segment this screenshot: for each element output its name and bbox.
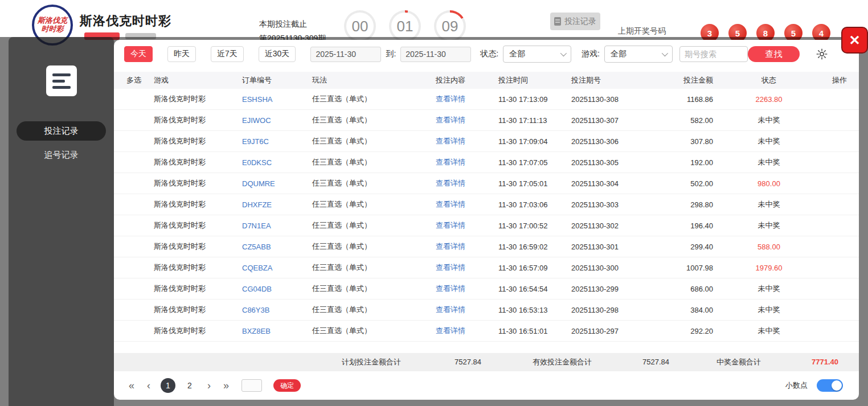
- row-game: 斯洛伐克时时彩: [148, 263, 236, 273]
- row-bet-time: 11-30 17:00:52: [493, 222, 566, 230]
- status-label: 状态:: [480, 49, 498, 59]
- settings-gear-icon[interactable]: [816, 48, 828, 60]
- search-button[interactable]: 查找: [748, 46, 800, 62]
- row-bet-period: 20251130-301: [566, 243, 649, 251]
- view-details-link[interactable]: 查看详情: [436, 158, 465, 166]
- column-header: 投注时间: [493, 75, 566, 85]
- view-details-link[interactable]: 查看详情: [436, 200, 465, 208]
- quick-filter-yesterday[interactable]: 昨天: [167, 46, 196, 62]
- table-row: 斯洛伐克时时彩EJIWOC任三直选（单式）查看详情11-30 17:11:132…: [114, 110, 859, 131]
- row-bet-period: 20251130-302: [566, 222, 649, 230]
- column-header: 投注期号: [566, 75, 649, 85]
- row-bet-amount: 298.80: [649, 200, 718, 209]
- document-icon: [554, 17, 561, 26]
- order-id-link[interactable]: DQUMRE: [242, 179, 275, 188]
- row-bet-period: 20251130-303: [566, 200, 649, 209]
- view-details-link[interactable]: 查看详情: [436, 95, 465, 103]
- quick-filter-today[interactable]: 今天: [124, 46, 153, 62]
- order-id-link[interactable]: BXZ8EB: [242, 327, 271, 335]
- table-header-row: 多选游戏订单编号玩法投注内容投注时间投注期号投注金额状态操作: [114, 72, 859, 89]
- row-bet-time: 11-30 17:11:13: [493, 116, 566, 125]
- brand-logo-text: 斯洛伐克 时时彩: [38, 17, 67, 34]
- row-bet-time: 11-30 17:03:06: [493, 200, 566, 209]
- quick-filter-last-7-days[interactable]: 近7天: [211, 46, 244, 62]
- pagination-bar: « ‹ 12 › » 确定 小数点: [114, 371, 859, 400]
- page-jump-input[interactable]: [241, 379, 262, 392]
- last-page-button[interactable]: »: [221, 380, 231, 392]
- order-id-link[interactable]: E9JT6C: [242, 137, 269, 146]
- row-bet-period: 20251130-299: [566, 285, 649, 293]
- prev-page-button[interactable]: ‹: [144, 380, 154, 392]
- row-status: 未中奖: [718, 326, 820, 336]
- row-game: 斯洛伐克时时彩: [148, 284, 236, 294]
- period-search-input[interactable]: [679, 46, 748, 62]
- countdown-digits: 09: [442, 18, 458, 35]
- order-id-link[interactable]: D7N1EA: [242, 222, 271, 230]
- decimal-point-toggle[interactable]: [817, 379, 843, 392]
- last-draw-label: 上期开奖号码: [618, 26, 666, 36]
- row-game: 斯洛伐克时时彩: [148, 136, 236, 146]
- bet-records-button[interactable]: 投注记录: [550, 13, 600, 30]
- row-bet-time: 11-30 16:54:54: [493, 285, 566, 293]
- row-status: 1979.60: [718, 264, 820, 272]
- row-status: 未中奖: [718, 305, 820, 315]
- status-select[interactable]: 全部: [503, 46, 571, 63]
- order-id-link[interactable]: C86Y3B: [242, 306, 269, 314]
- view-details-link[interactable]: 查看详情: [436, 242, 465, 251]
- game-select[interactable]: 全部: [604, 46, 673, 63]
- valid-total-label: 有效投注金额合计: [533, 353, 592, 371]
- table-row: 斯洛伐克时时彩E0DKSC任三直选（单式）查看详情11-30 17:07:052…: [114, 152, 859, 173]
- row-bet-time: 11-30 16:57:09: [493, 264, 566, 272]
- page-button-2[interactable]: 2: [182, 378, 197, 393]
- deadline-label: 本期投注截止: [259, 19, 326, 30]
- order-id-link[interactable]: EJIWOC: [242, 116, 271, 125]
- view-details-link[interactable]: 查看详情: [436, 179, 465, 187]
- column-header: 游戏: [148, 75, 236, 85]
- row-status: 未中奖: [718, 220, 820, 231]
- view-details-link[interactable]: 查看详情: [436, 284, 465, 293]
- table-row: 斯洛伐克时时彩E9JT6C任三直选（单式）查看详情11-30 17:09:042…: [114, 131, 859, 152]
- row-bet-time: 11-30 17:09:04: [493, 137, 566, 146]
- column-header: 投注内容: [430, 75, 493, 85]
- countdown-digits: 01: [397, 18, 413, 35]
- page-title: 斯洛伐克时时彩: [80, 13, 171, 30]
- order-id-link[interactable]: CZ5ABB: [242, 243, 271, 251]
- countdown-digits: 00: [352, 18, 369, 35]
- order-id-link[interactable]: ESHSHA: [242, 95, 272, 104]
- sidebar: 投注记录追号记录: [9, 37, 114, 406]
- view-details-link[interactable]: 查看详情: [436, 263, 465, 272]
- row-bet-period: 20251130-297: [566, 327, 649, 335]
- page-button-1[interactable]: 1: [161, 378, 175, 393]
- date-from-input[interactable]: [310, 47, 381, 62]
- date-to-input[interactable]: [400, 47, 471, 62]
- order-id-link[interactable]: E0DKSC: [242, 158, 272, 167]
- order-id-link[interactable]: CG04DB: [242, 285, 272, 293]
- row-play-type: 任三直选（单式）: [306, 263, 430, 273]
- sidebar-item-bet-records[interactable]: 投注记录: [17, 121, 106, 141]
- row-play-type: 任三直选（单式）: [306, 178, 430, 188]
- quick-filter-last-30-days[interactable]: 近30天: [259, 46, 296, 62]
- order-id-link[interactable]: CQEBZA: [242, 264, 272, 272]
- bet-records-button-label: 投注记录: [564, 17, 596, 27]
- sidebar-item-chase-records[interactable]: 追号记录: [17, 145, 106, 165]
- column-header: 订单编号: [236, 75, 306, 85]
- view-details-link[interactable]: 查看详情: [436, 326, 465, 335]
- row-bet-amount: 1007.98: [649, 264, 718, 272]
- row-game: 斯洛伐克时时彩: [148, 115, 236, 125]
- row-bet-time: 11-30 16:59:02: [493, 243, 566, 251]
- row-play-type: 任三直选（单式）: [306, 115, 430, 125]
- first-page-button[interactable]: «: [126, 380, 137, 392]
- win-total-value: 7771.40: [812, 353, 838, 371]
- view-details-link[interactable]: 查看详情: [436, 305, 465, 314]
- row-bet-amount: 582.00: [649, 116, 718, 125]
- order-id-link[interactable]: DHXFZE: [242, 200, 272, 209]
- view-details-link[interactable]: 查看详情: [436, 221, 465, 229]
- view-details-link[interactable]: 查看详情: [436, 137, 465, 145]
- column-header: 投注金额: [649, 75, 718, 85]
- view-details-link[interactable]: 查看详情: [436, 116, 465, 124]
- row-bet-time: 11-30 17:13:09: [493, 95, 566, 104]
- confirm-page-button[interactable]: 确定: [273, 379, 301, 392]
- game-label: 游戏:: [582, 49, 600, 59]
- next-page-button[interactable]: ›: [204, 380, 214, 392]
- close-button[interactable]: ✕: [841, 27, 868, 54]
